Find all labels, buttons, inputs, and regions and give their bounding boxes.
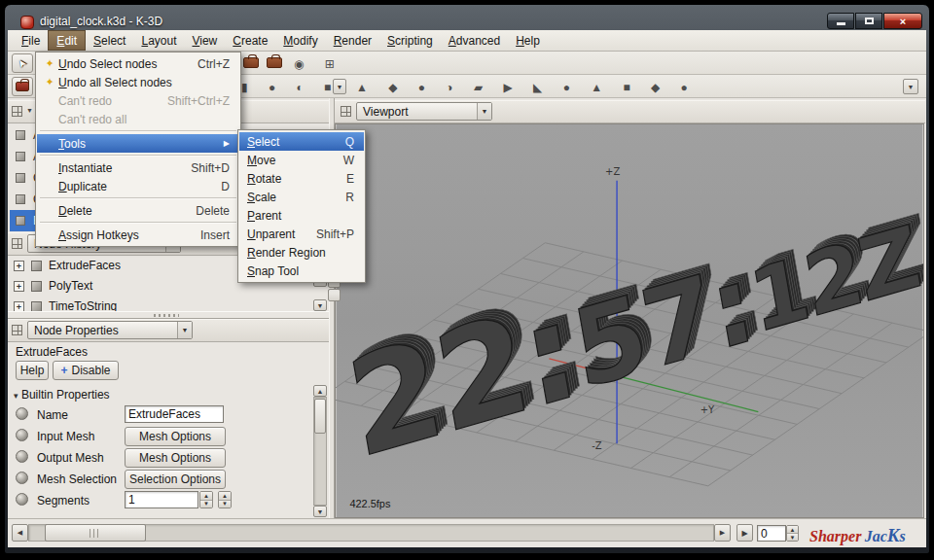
menu-file[interactable]: File xyxy=(14,30,48,51)
viewport-canvas[interactable]: 22: 57: 12Z +Z -Z +Y xyxy=(335,123,924,518)
submenu-item-snap-tool[interactable]: Snap Tool xyxy=(239,262,364,280)
help-button[interactable]: Help xyxy=(16,361,49,380)
segments-input[interactable] xyxy=(125,491,198,508)
toolbar2-shape-icons-b[interactable]: ▲ ◆ ● ◑ ▰ ▶ ◣ ● ▲ ■ ◆ ● xyxy=(356,77,697,98)
toolbar-dropdown-button[interactable]: ▼ xyxy=(333,79,346,94)
arrow-right-icon: ▶ xyxy=(741,529,747,538)
undo-icon: ✦ xyxy=(41,76,58,88)
menu-item-undo-all[interactable]: ✦ Undo all Select nodes xyxy=(37,73,239,91)
close-button[interactable]: × xyxy=(883,13,922,29)
submenu-item-unparent[interactable]: UnparentShift+P xyxy=(239,225,364,243)
submenu-arrow-icon: ▶ xyxy=(224,139,230,148)
submenu-item-parent[interactable]: Parent xyxy=(239,206,364,225)
tree-scroll-down-button[interactable]: ▼ xyxy=(313,299,327,311)
spin-down-icon[interactable]: ▼ xyxy=(200,500,212,508)
property-label: Output Mesh xyxy=(37,448,104,468)
chevron-down-icon[interactable]: ▼ xyxy=(26,107,33,114)
spin-up-icon[interactable]: ▲ xyxy=(787,526,798,533)
menu-modify[interactable]: Modify xyxy=(275,30,325,51)
plus-icon: + xyxy=(60,364,67,377)
toolbar1-shape-icons[interactable]: ◉ ⊞ xyxy=(294,53,343,75)
submenu-item-select[interactable]: SelectQ xyxy=(239,132,364,151)
frame-number-input[interactable] xyxy=(757,525,786,542)
property-label: Segments xyxy=(37,491,90,510)
arrow-down-icon: ▼ xyxy=(317,302,324,309)
panel-grip-icon[interactable] xyxy=(12,238,22,249)
props-scroll-up-button[interactable]: ▲ xyxy=(313,385,327,397)
panel-grip-icon[interactable] xyxy=(341,106,351,117)
node-properties-panel-selector[interactable]: Node Properties ▼ xyxy=(27,321,193,339)
segments-spinner[interactable]: ▲▼ xyxy=(199,491,213,508)
spin-down-icon[interactable]: ▼ xyxy=(219,500,231,508)
panel-grip-icon[interactable] xyxy=(12,325,22,335)
output-mesh-options-button[interactable]: Mesh Options xyxy=(125,448,226,468)
spin-up-icon[interactable]: ▲ xyxy=(219,492,231,500)
panel-splitter[interactable] xyxy=(8,311,329,319)
submenu-item-rotate[interactable]: RotateE xyxy=(239,169,364,188)
mesh-node-icon xyxy=(31,301,42,311)
menu-advanced[interactable]: Advanced xyxy=(441,30,508,51)
submenu-item-scale[interactable]: ScaleR xyxy=(239,188,364,206)
undo-icon: ✦ xyxy=(41,57,58,70)
toolbox2-icon[interactable] xyxy=(267,57,282,68)
disable-button[interactable]: + Disable xyxy=(53,361,119,380)
builtin-properties-expander[interactable]: ▾ Builtin Properties xyxy=(14,388,110,402)
property-type-icon xyxy=(16,429,28,441)
menu-help[interactable]: Help xyxy=(508,30,548,51)
arrow-right-icon: ▶ xyxy=(720,529,725,537)
tree-item[interactable]: ExtrudeFaces xyxy=(49,256,121,276)
props-scroll-down-button[interactable]: ▼ xyxy=(313,506,327,517)
toolbar-overflow-button[interactable]: ▼ xyxy=(903,79,918,94)
frame-forward-button[interactable]: ▶ xyxy=(736,524,753,542)
menu-item-assign-hotkeys[interactable]: Assign HotkeysInsert xyxy=(37,226,239,244)
menu-create[interactable]: Create xyxy=(225,30,275,51)
toolbar2-shape-icons-a[interactable]: ▮ ● ◐ ■ xyxy=(241,77,340,98)
hscroll-thumb[interactable] xyxy=(45,524,146,542)
hscroll-right-button[interactable]: ▶ xyxy=(714,524,731,542)
submenu-item-move[interactable]: MoveW xyxy=(239,151,364,169)
hscroll-left-button[interactable]: ◀ xyxy=(12,524,28,542)
menu-layout[interactable]: Layout xyxy=(133,30,184,51)
menu-view[interactable]: View xyxy=(184,30,225,51)
chevron-down-icon: ▼ xyxy=(477,103,491,120)
selection-options-button[interactable]: Selection Options xyxy=(125,470,226,489)
panel-grip-icon[interactable] xyxy=(12,106,22,117)
props-scroll-thumb[interactable] xyxy=(314,399,326,434)
submenu-item-render-region[interactable]: Render Region xyxy=(239,243,364,262)
input-mesh-options-button[interactable]: Mesh Options xyxy=(125,427,226,446)
tree-item[interactable]: TimeToString xyxy=(49,297,117,311)
close-icon: × xyxy=(900,16,906,27)
window-title: digital_clock.k3d - K-3D xyxy=(40,15,162,28)
expander-open-icon: ▾ xyxy=(14,391,18,401)
spin-up-icon[interactable]: ▲ xyxy=(200,492,212,500)
tree-item[interactable]: PolyText xyxy=(49,276,92,297)
menu-select[interactable]: Select xyxy=(86,30,133,51)
property-type-icon xyxy=(16,450,28,463)
menu-edit[interactable]: Edit xyxy=(48,30,86,51)
expander-icon[interactable]: + xyxy=(14,301,24,311)
red-toolbox-icon xyxy=(16,82,29,91)
expander-icon[interactable]: + xyxy=(14,281,24,292)
viewport-panel-selector[interactable]: Viewport ▼ xyxy=(356,102,492,121)
toolbox-icon[interactable] xyxy=(243,57,259,68)
expander-icon[interactable]: + xyxy=(14,261,24,271)
menu-item-undo[interactable]: ✦ Undo Select nodesCtrl+Z xyxy=(37,54,239,73)
spin-down-icon[interactable]: ▼ xyxy=(787,533,798,541)
menu-render[interactable]: Render xyxy=(326,30,379,51)
frame-spinner[interactable]: ▲▼ xyxy=(786,525,799,542)
name-input[interactable] xyxy=(125,405,224,423)
menu-scripting[interactable]: Scripting xyxy=(379,30,441,51)
property-type-icon xyxy=(16,407,28,420)
toolbox-tool-button[interactable] xyxy=(12,77,33,96)
menu-item-tools[interactable]: Tools ▶ xyxy=(37,134,239,153)
segments-spinner-2[interactable]: ▲▼ xyxy=(218,491,232,508)
arrow-up-icon: ▲ xyxy=(317,388,324,395)
maximize-button[interactable] xyxy=(855,13,882,29)
splitter-collapse-button-2[interactable] xyxy=(328,289,341,301)
menu-item-delete[interactable]: DeleteDelete xyxy=(37,201,239,220)
minimize-button[interactable] xyxy=(827,13,854,29)
maximize-icon xyxy=(865,18,874,24)
menu-item-duplicate[interactable]: DuplicateD xyxy=(37,177,239,195)
menu-item-instantiate[interactable]: InstantiateShift+D xyxy=(37,158,239,177)
select-cursor-tool-button[interactable]: ➤ xyxy=(12,53,33,73)
